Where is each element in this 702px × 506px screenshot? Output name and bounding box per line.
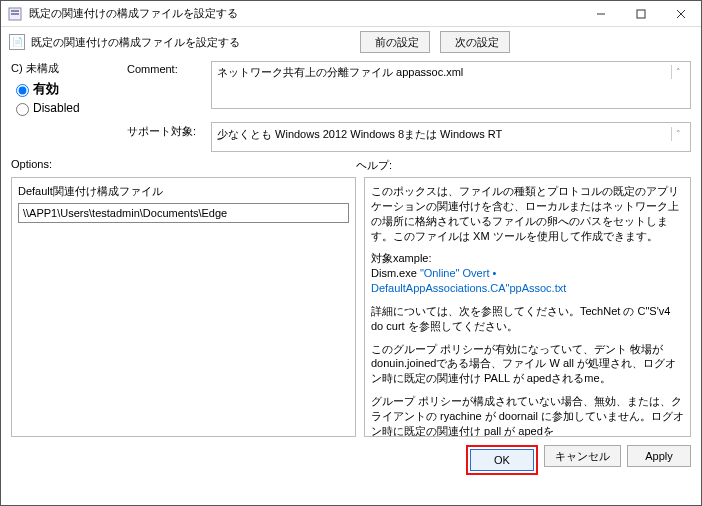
radio-enabled-label: 有効 [33, 80, 59, 98]
help-p2: 対象xample: Dism.exe "Online" Overt • Defa… [371, 251, 684, 296]
comment-value: ネットワーク共有上の分離ファイル appassoc.xml [217, 66, 463, 78]
state-radios: C) 未構成 有効 Disabled [11, 61, 123, 118]
comment-field[interactable]: ˄ ネットワーク共有上の分離ファイル appassoc.xml [211, 61, 691, 109]
prev-setting-button[interactable]: 前の設定 [360, 31, 430, 53]
comment-label: Comment: [127, 61, 207, 118]
apply-button[interactable]: Apply [627, 445, 691, 467]
ok-button[interactable]: OK [470, 449, 534, 471]
next-label: 次の設定 [455, 35, 499, 50]
help-p1: このポックスは、ファイルの種類とプロトコルの既定のアプリケーションの関連付けを含… [371, 184, 684, 243]
app-icon [7, 6, 23, 22]
radio-disabled-label: Disabled [33, 101, 80, 115]
help-p5: グループ ポリシーが構成されていない場合、無効、または、クライアントの ryac… [371, 394, 684, 437]
radio-disabled[interactable]: Disabled [11, 100, 123, 116]
help-p4: このグループ ポリシーが有効になっていて、デント 牧場が donuin.join… [371, 342, 684, 387]
chevron-up-icon[interactable]: ˄ [671, 65, 685, 79]
options-panel: Default関連付け構成ファイル [11, 177, 356, 437]
next-setting-button[interactable]: 次の設定 [440, 31, 510, 53]
radio-disabled-input[interactable] [16, 103, 29, 116]
header-row: 📄 既定の関連付けの構成ファイルを設定する 前の設定 次の設定 [1, 27, 701, 57]
svg-rect-2 [11, 13, 19, 15]
chevron-up-icon[interactable]: ˄ [671, 127, 685, 141]
support-field: ˄ 少なくとも Windows 2012 Windows 8または Window… [211, 122, 691, 152]
window-title: 既定の関連付けの構成ファイルを設定する [29, 6, 581, 21]
svg-rect-4 [637, 10, 645, 18]
maximize-button[interactable] [621, 1, 661, 26]
ok-highlight: OK [466, 445, 538, 475]
prev-label: 前の設定 [375, 35, 419, 50]
help-heading: ヘルプ: [356, 158, 392, 173]
help-p3: 詳細については、次を参照してください。TechNet の C"S'v4 do c… [371, 304, 684, 334]
close-button[interactable] [661, 1, 701, 26]
support-value: 少なくとも Windows 2012 Windows 8または Windows … [217, 128, 502, 140]
cancel-button[interactable]: キャンセル [544, 445, 621, 467]
radio-enabled-input[interactable] [16, 84, 29, 97]
option-label: Default関連付け構成ファイル [18, 184, 349, 199]
svg-rect-1 [11, 10, 19, 12]
radio-enabled[interactable]: 有効 [11, 80, 123, 98]
header-subtitle: 既定の関連付けの構成ファイルを設定する [31, 35, 240, 50]
help-panel: このポックスは、ファイルの種類とプロトコルの既定のアプリケーションの関連付けを含… [364, 177, 691, 437]
support-label: サポート対象: [127, 122, 207, 152]
options-heading: Options: [11, 158, 356, 173]
titlebar: 既定の関連付けの構成ファイルを設定する [1, 1, 701, 27]
minimize-button[interactable] [581, 1, 621, 26]
config-file-path-input[interactable] [18, 203, 349, 223]
not-configured-label: C) 未構成 [11, 61, 123, 76]
policy-icon: 📄 [9, 34, 25, 50]
dialog-footer: OK キャンセル Apply [1, 437, 701, 475]
window-controls [581, 1, 701, 26]
